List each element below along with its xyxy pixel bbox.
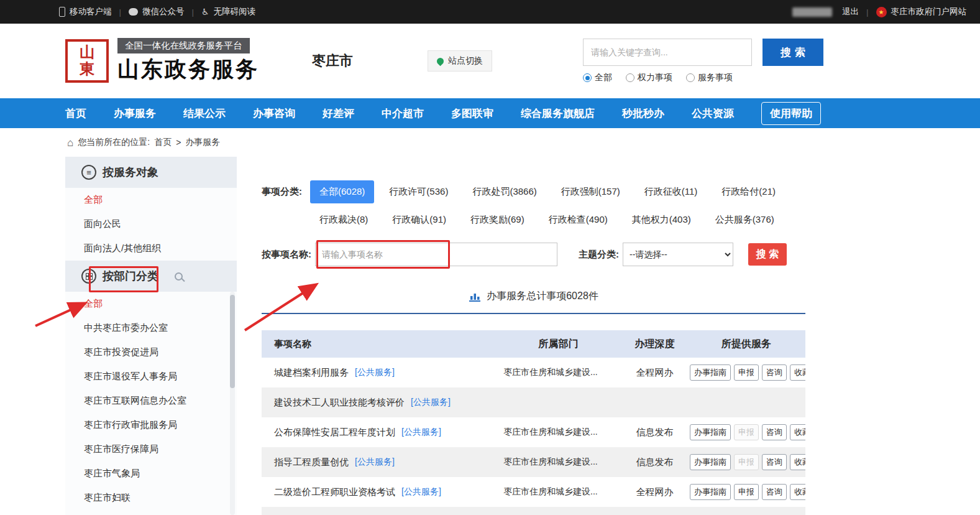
nav-item-7[interactable]: 综合服务旗舰店 (521, 106, 595, 121)
sidebar-section-service-object[interactable]: ≡ 按服务对象 (65, 157, 237, 188)
service-button[interactable]: 申报 (734, 484, 759, 500)
item-name-label: 按事项名称: (262, 249, 311, 261)
item-name-link[interactable]: 二级造价工程师职业资格考试 (274, 486, 395, 498)
service-button[interactable]: 办事指南 (690, 364, 731, 381)
category-tab[interactable]: 全部(6028) (310, 180, 374, 203)
nav-items: 首页办事服务结果公示办事咨询好差评中介超市多图联审综合服务旗舰店秒批秒办公共资源 (65, 106, 761, 121)
search-scope-radio[interactable]: 权力事项 (626, 72, 672, 83)
search-scope-radio[interactable]: 全部 (583, 72, 612, 83)
sidebar-dept-item[interactable]: 枣庄市妇联 (65, 486, 237, 510)
sidebar-dept-item[interactable]: 枣庄市医疗保障局 (65, 437, 237, 462)
keyword-search-input[interactable] (583, 39, 752, 66)
category-tab[interactable]: 公共服务(376) (706, 208, 784, 231)
item-name-link[interactable]: 指导工程质量创优 (274, 457, 349, 468)
category-tab[interactable]: 行政强制(157) (552, 180, 630, 203)
chart-icon (469, 291, 481, 302)
sidebar-dept-item[interactable]: 枣庄市气象局 (65, 462, 237, 486)
item-name-link[interactable]: 公布保障性安居工程年度计划 (274, 427, 395, 438)
sidebar-item[interactable]: 全部 (65, 188, 237, 212)
category-tab[interactable]: 行政征收(11) (635, 180, 707, 203)
sidebar-dept-item[interactable]: 枣庄市互联网信息办公室 (65, 389, 237, 413)
radio-label: 权力事项 (638, 72, 672, 83)
wechat-link[interactable]: 微信公众号 (129, 6, 185, 17)
service-button[interactable]: 办事指南 (690, 484, 731, 500)
service-button[interactable]: 办事指南 (690, 454, 731, 470)
service-button[interactable]: 咨询 (762, 454, 787, 470)
sidebar-dept-item[interactable]: 枣庄市退役军人事务局 (65, 364, 237, 389)
logout-link[interactable]: 退出 (842, 6, 859, 17)
radio-icon (583, 73, 592, 82)
sidebar-item[interactable]: 面向法人/其他组织 (65, 236, 237, 261)
search-scope-radio[interactable]: 服务事项 (686, 72, 733, 83)
public-service-link[interactable]: [公共服务] (401, 427, 441, 438)
breadcrumb-home-link[interactable]: 首页 (154, 137, 172, 148)
mobile-client-link[interactable]: 移动客户端 (59, 6, 112, 17)
breadcrumb-separator: > (176, 137, 181, 147)
item-name-cell: 公布保障性安居工程年度计划[公共服务] (262, 427, 495, 438)
keyword-search-button[interactable]: 搜索 (762, 39, 823, 66)
category-tab[interactable]: 行政奖励(69) (461, 208, 534, 231)
logout-label: 退出 (842, 6, 859, 17)
service-button[interactable]: 收藏 (790, 364, 805, 381)
topic-label: 主题分类: (579, 249, 619, 261)
nav-item-2[interactable]: 结果公示 (183, 106, 226, 121)
category-tab[interactable]: 行政裁决(8) (310, 208, 377, 231)
item-name-link[interactable]: 城建档案利用服务 (274, 367, 349, 379)
header-search-area: 搜索 全部权力事项服务事项 (583, 39, 823, 83)
public-service-link[interactable]: [公共服务] (401, 486, 441, 498)
category-tab[interactable]: 行政确认(91) (383, 208, 456, 231)
department-search-icon[interactable] (175, 272, 183, 281)
nav-help-button[interactable]: 使用帮助 (761, 102, 821, 125)
username-redacted (792, 7, 832, 17)
location-pin-icon (436, 56, 446, 66)
table-row: 二级造价工程师职业资格考试[公共服务]枣庄市住房和城乡建设...全程网办办事指南… (262, 477, 805, 507)
category-tab[interactable]: 行政给付(21) (712, 180, 785, 203)
sidebar-dept-item[interactable]: 全部 (65, 292, 237, 316)
sidebar-item[interactable]: 面向公民 (65, 212, 237, 236)
nav-item-0[interactable]: 首页 (65, 106, 86, 121)
nav-item-9[interactable]: 公共资源 (692, 106, 734, 121)
sidebar-scrollbar-thumb[interactable] (230, 295, 235, 388)
service-button[interactable]: 收藏 (790, 454, 805, 470)
category-tab[interactable]: 行政处罚(3866) (463, 180, 546, 203)
service-button[interactable]: 咨询 (762, 484, 787, 500)
sidebar-section-department[interactable]: 按部门分类 (65, 261, 237, 292)
public-service-link[interactable]: [公共服务] (355, 367, 395, 378)
department-list: 全部中共枣庄市委办公室枣庄市投资促进局枣庄市退役军人事务局枣庄市互联网信息办公室… (65, 292, 237, 510)
nav-item-8[interactable]: 秒批秒办 (622, 106, 664, 121)
service-button[interactable]: 办事指南 (690, 424, 731, 440)
nav-item-6[interactable]: 多图联审 (451, 106, 493, 121)
summary-text: 办事服务总计事项6028件 (487, 290, 598, 303)
service-button[interactable]: 申报 (734, 364, 759, 381)
service-button[interactable]: 咨询 (762, 364, 787, 381)
site-switch-button[interactable]: 站点切换 (428, 50, 492, 72)
service-button[interactable]: 收藏 (790, 424, 805, 440)
accessibility-label: 无障碍阅读 (214, 6, 256, 17)
sidebar-dept-item[interactable]: 枣庄市投资促进局 (65, 340, 237, 364)
category-row-2: 行政裁决(8)行政确认(91)行政奖励(69)行政检查(490)其他权力(403… (262, 208, 805, 231)
category-tab[interactable]: 其他权力(403) (623, 208, 700, 231)
department-cell: 枣庄市住房和城乡建设... (495, 486, 622, 498)
public-service-link[interactable]: [公共服务] (355, 457, 395, 468)
nav-item-3[interactable]: 办事咨询 (253, 106, 295, 121)
nav-item-5[interactable]: 中介超市 (382, 106, 424, 121)
service-button[interactable]: 收藏 (790, 484, 805, 500)
portal-site-link[interactable]: ★ 枣庄市政府门户网站 (876, 6, 967, 17)
sidebar-dept-item[interactable]: 中共枣庄市委办公室 (65, 316, 237, 340)
table-row: 城建档案利用服务[公共服务]枣庄市住房和城乡建设...全程网办办事指南申报咨询收… (262, 358, 805, 387)
topic-select[interactable]: --请选择-- (623, 243, 733, 266)
accessibility-link[interactable]: ♿ 无障碍阅读 (201, 6, 255, 17)
item-name-input[interactable] (315, 243, 557, 266)
sidebar-dept-item[interactable]: 枣庄市行政审批服务局 (65, 413, 237, 437)
category-tab[interactable]: 行政检查(490) (539, 208, 617, 231)
service-button[interactable]: 咨询 (762, 424, 787, 440)
item-name-link[interactable]: 建设技术工人职业技能考核评价 (274, 397, 405, 409)
category-tab[interactable]: 行政许可(536) (380, 180, 457, 203)
item-search-button[interactable]: 搜 索 (748, 243, 787, 266)
department-cell: 枣庄市住房和城乡建设... (495, 427, 622, 438)
public-service-link[interactable]: [公共服务] (411, 397, 451, 408)
radio-icon (686, 73, 695, 82)
nav-item-1[interactable]: 办事服务 (114, 106, 156, 121)
services-cell: 办事指南申报咨询收藏 (687, 364, 805, 381)
nav-item-4[interactable]: 好差评 (323, 106, 354, 121)
